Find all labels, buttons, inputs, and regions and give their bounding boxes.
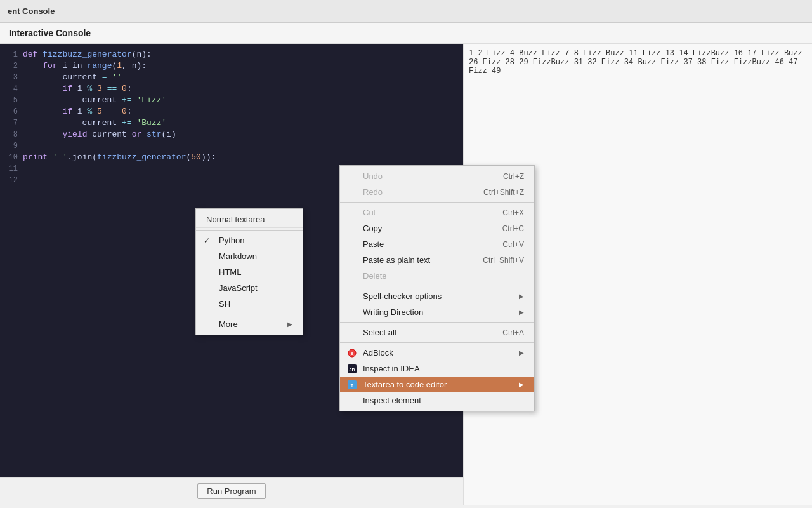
submenu-item-label: Markdown — [219, 251, 257, 261]
menu-item-label: AdBlock — [363, 348, 393, 358]
line-number: 3 — [0, 72, 23, 83]
menu-separator — [340, 322, 534, 323]
menu-item-delete: Delete — [340, 268, 534, 284]
top-bar: ent Console — [0, 0, 812, 23]
menu-item-shortcut: Ctrl+V — [502, 240, 524, 249]
console-header-title: Interactive Console — [9, 28, 91, 38]
menu-item-shortcut: Ctrl+A — [502, 328, 524, 337]
submenu-item-sh[interactable]: SH — [196, 296, 303, 312]
menu-item-textarea2code[interactable]: TTextarea to code editor▶ — [340, 377, 534, 392]
context-menu: UndoCtrl+ZRedoCtrl+Shift+ZCutCtrl+XCopyC… — [339, 165, 535, 411]
menu-item-label: Select all — [363, 328, 396, 337]
console-header: Interactive Console — [0, 23, 812, 44]
submenu-arrow-icon: ▶ — [287, 321, 292, 328]
menu-item-label: Cut — [363, 208, 376, 217]
menu-item-label: Paste — [363, 239, 384, 249]
line-number: 5 — [0, 95, 23, 106]
line-number: 9 — [0, 140, 23, 152]
submenu-arrow-icon: ▶ — [519, 293, 524, 300]
menu-item-shortcut: Ctrl+Shift+Z — [483, 188, 524, 197]
line-number: 2 — [0, 60, 23, 72]
menu-item-copy[interactable]: CopyCtrl+C — [340, 220, 534, 236]
submenu-header[interactable]: Normal textarea — [196, 211, 303, 228]
top-bar-title: ent Console — [8, 6, 55, 16]
submenu-item-label: JavaScript — [219, 283, 258, 293]
menu-item-label: Undo — [363, 171, 383, 181]
menu-item-inspectidea[interactable]: JBInspect in IDEA — [340, 361, 534, 377]
jb-icon: JB — [346, 363, 358, 375]
submenu-item-javascript[interactable]: JavaScript — [196, 280, 303, 296]
code-line: 7 current += 'Buzz' — [0, 117, 463, 129]
submenu-arrow-icon: ▶ — [519, 381, 524, 388]
menu-item-shortcut: Ctrl+Shift+V — [483, 256, 524, 265]
menu-separator — [340, 342, 534, 343]
submenu-item-label: Python — [219, 236, 244, 245]
menu-item-label: Redo — [363, 187, 383, 197]
submenu-arrow-icon: ▶ — [519, 309, 524, 316]
menu-item-inspectelement[interactable]: Inspect element — [340, 392, 534, 408]
menu-item-shortcut: Ctrl+C — [502, 224, 524, 233]
line-content: def fizzbuzz_generator(n): — [23, 49, 463, 60]
code-line: 2 for i in range(1, n): — [0, 60, 463, 72]
svg-text:JB: JB — [350, 367, 355, 371]
code-line: 3 current = '' — [0, 72, 463, 83]
submenu-item-html[interactable]: HTML — [196, 264, 303, 280]
menu-item-adblock[interactable]: AAdBlock▶ — [340, 345, 534, 361]
submenu-header-separator — [196, 230, 303, 231]
code-line: 1def fizzbuzz_generator(n): — [0, 49, 463, 60]
menu-item-undo: UndoCtrl+Z — [340, 168, 534, 184]
menu-separator — [340, 286, 534, 286]
adblock-icon: A — [346, 347, 358, 359]
svg-text:T: T — [351, 383, 354, 387]
line-number: 1 — [0, 49, 23, 60]
menu-item-writingdir[interactable]: Writing Direction▶ — [340, 304, 534, 320]
menu-item-spellcheck[interactable]: Spell-checker options▶ — [340, 288, 534, 304]
code-line: 6 if i % 5 == 0: — [0, 106, 463, 117]
line-number: 7 — [0, 117, 23, 129]
line-content: for i in range(1, n): — [23, 60, 463, 72]
submenu-item-label: HTML — [219, 267, 241, 277]
run-button[interactable]: Run Program — [197, 483, 265, 499]
submenu-arrow-icon: ▶ — [519, 349, 524, 356]
line-content: current = '' — [23, 72, 463, 83]
line-number: 10 — [0, 152, 23, 163]
line-number: 8 — [0, 129, 23, 140]
checkmark-icon: ✓ — [204, 236, 210, 245]
menu-item-label: Delete — [363, 271, 387, 281]
submenu-item-label: More — [219, 319, 238, 329]
code-line: 9 — [0, 140, 463, 152]
line-number: 11 — [0, 163, 23, 175]
menu-item-cut: CutCtrl+X — [340, 204, 534, 220]
code-line: 5 current += 'Fizz' — [0, 95, 463, 106]
menu-item-shortcut: Ctrl+Z — [503, 172, 524, 181]
menu-item-paste[interactable]: PasteCtrl+V — [340, 236, 534, 252]
menu-item-label: Copy — [363, 224, 382, 233]
line-number: 4 — [0, 83, 23, 95]
output-text: 1 2 Fizz 4 Buzz Fizz 7 8 Fizz Buzz 11 Fi… — [469, 49, 802, 76]
submenu-item-more[interactable]: More▶ — [196, 316, 303, 332]
line-content: current += 'Fizz' — [23, 95, 463, 106]
menu-item-shortcut: Ctrl+X — [502, 208, 524, 217]
code-line: 10print ' '.join(fizzbuzz_generator(50))… — [0, 152, 463, 163]
menu-item-redo: RedoCtrl+Shift+Z — [340, 184, 534, 200]
line-content: print ' '.join(fizzbuzz_generator(50)): — [23, 152, 463, 163]
menu-separator — [340, 202, 534, 203]
line-number: 12 — [0, 175, 23, 186]
code-line: 8 yield current or str(i) — [0, 129, 463, 140]
submenu-item-label: SH — [219, 299, 230, 309]
menu-item-label: Spell-checker options — [363, 291, 442, 301]
menu-item-label: Inspect in IDEA — [363, 364, 420, 373]
svg-text:A: A — [350, 351, 353, 356]
ta-icon: T — [346, 379, 358, 391]
menu-item-label: Textarea to code editor — [363, 380, 447, 389]
menu-item-label: Paste as plain text — [363, 255, 430, 265]
submenu-item-python[interactable]: ✓Python — [196, 232, 303, 248]
line-content: if i % 3 == 0: — [23, 83, 463, 95]
line-content: current += 'Buzz' — [23, 117, 463, 129]
line-content: if i % 5 == 0: — [23, 106, 463, 117]
menu-item-pasteplain[interactable]: Paste as plain textCtrl+Shift+V — [340, 252, 534, 268]
line-content: yield current or str(i) — [23, 129, 463, 140]
submenu-item-markdown[interactable]: Markdown — [196, 248, 303, 264]
menu-item-selectall[interactable]: Select allCtrl+A — [340, 324, 534, 340]
bottom-bar: Run Program — [0, 477, 463, 505]
